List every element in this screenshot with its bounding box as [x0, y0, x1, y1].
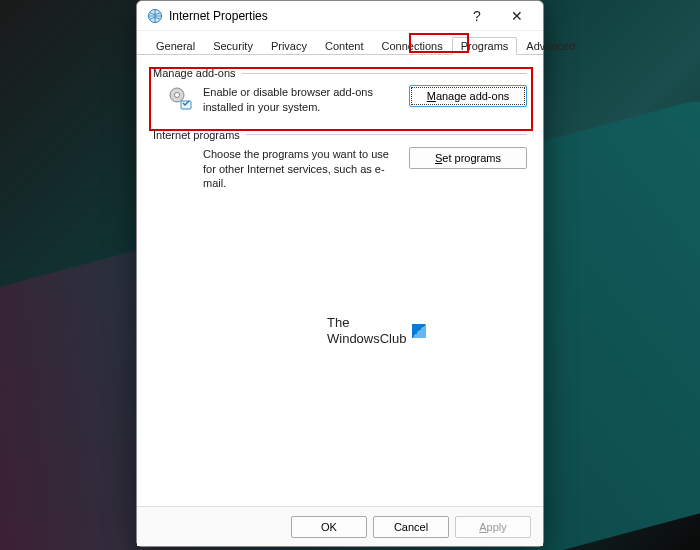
internet-properties-dialog: Internet Properties ? ✕ General Security… [136, 0, 544, 547]
spacer-icon [167, 147, 195, 175]
tab-bar: General Security Privacy Content Connect… [137, 31, 543, 55]
tab-privacy[interactable]: Privacy [262, 37, 316, 54]
tab-advanced[interactable]: Advanced [517, 37, 584, 54]
tab-general[interactable]: General [147, 37, 204, 54]
addons-icon [167, 85, 195, 113]
internet-programs-title: Internet programs [153, 129, 527, 141]
tab-programs[interactable]: Programs [452, 37, 518, 55]
watermark-line1: The [327, 315, 406, 331]
apply-button[interactable]: Apply [455, 516, 531, 538]
tab-content[interactable]: Content [316, 37, 373, 54]
internet-programs-title-text: Internet programs [153, 129, 240, 141]
manage-addons-title-text: Manage add-ons [153, 67, 236, 79]
set-programs-button[interactable]: Set programs [409, 147, 527, 169]
svg-point-2 [175, 93, 180, 98]
ok-button[interactable]: OK [291, 516, 367, 538]
tab-content-area: Manage add-ons Enable or disable browser… [137, 55, 543, 506]
dialog-buttons: OK Cancel Apply [137, 506, 543, 546]
manage-addons-button[interactable]: Manage add-ons [409, 85, 527, 107]
manage-addons-description: Enable or disable browser add-ons instal… [203, 85, 401, 115]
internet-programs-group: Internet programs Choose the programs yo… [153, 129, 527, 196]
close-button[interactable]: ✕ [497, 2, 537, 30]
tab-security[interactable]: Security [204, 37, 262, 54]
help-button[interactable]: ? [457, 2, 497, 30]
tab-connections[interactable]: Connections [372, 37, 451, 54]
watermark-logo: The WindowsClub [327, 315, 426, 348]
mnemonic: S [435, 152, 442, 164]
manage-addons-group: Manage add-ons Enable or disable browser… [153, 67, 527, 119]
divider [246, 134, 527, 135]
windows-logo-icon [412, 324, 426, 338]
mnemonic: M [427, 90, 436, 102]
titlebar: Internet Properties ? ✕ [137, 1, 543, 31]
cancel-button[interactable]: Cancel [373, 516, 449, 538]
globe-icon [147, 8, 163, 24]
manage-addons-title: Manage add-ons [153, 67, 527, 79]
window-title: Internet Properties [169, 9, 457, 23]
watermark-line2: WindowsClub [327, 331, 406, 347]
divider [242, 73, 527, 74]
internet-programs-description: Choose the programs you want to use for … [203, 147, 401, 192]
